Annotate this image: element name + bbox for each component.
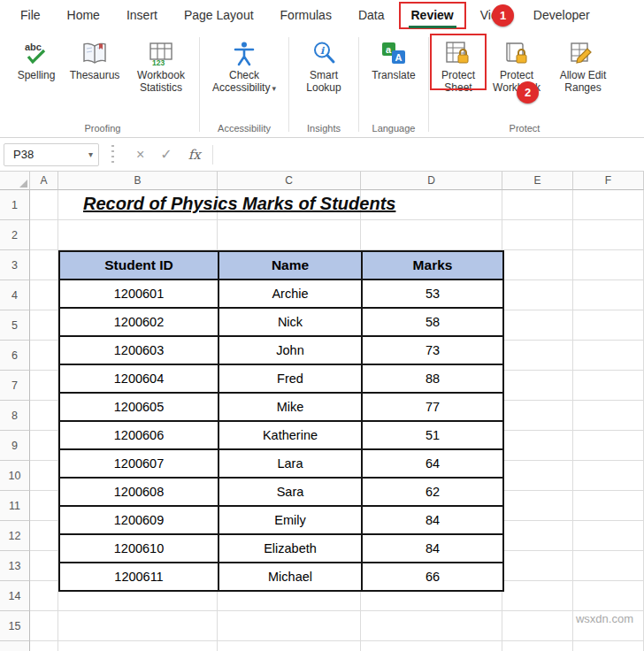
cell-F8[interactable] xyxy=(573,401,644,431)
cell-D2[interactable] xyxy=(361,220,502,250)
cell-E14[interactable] xyxy=(502,581,573,611)
table-cell[interactable]: 1200610 xyxy=(59,534,218,563)
row-header-16[interactable]: 16 xyxy=(0,641,30,651)
table-cell[interactable]: 77 xyxy=(362,393,503,421)
cancel-button[interactable]: × xyxy=(128,147,152,163)
row-header-5[interactable]: 5 xyxy=(0,310,30,341)
row-header-3[interactable]: 3 xyxy=(0,250,30,280)
allow-edit-ranges-button[interactable]: Allow Edit Ranges xyxy=(548,35,617,96)
column-header-D[interactable]: D xyxy=(361,172,502,190)
cell-D16[interactable] xyxy=(361,641,502,651)
table-cell[interactable]: 84 xyxy=(362,506,503,534)
table-cell[interactable]: Archie xyxy=(218,280,362,308)
cell-C2[interactable] xyxy=(218,220,361,250)
row-header-12[interactable]: 12 xyxy=(0,521,30,551)
table-cell[interactable]: 53 xyxy=(362,280,503,308)
check-accessibility-button[interactable]: Check Accessibility▾ xyxy=(203,35,286,96)
cell-F6[interactable] xyxy=(573,341,644,371)
column-header-E[interactable]: E xyxy=(502,172,573,190)
name-box[interactable]: P38 ▾ xyxy=(4,143,99,166)
column-header-C[interactable]: C xyxy=(218,172,361,190)
row-header-9[interactable]: 9 xyxy=(0,431,30,461)
cell-C16[interactable] xyxy=(218,641,361,651)
row-header-14[interactable]: 14 xyxy=(0,581,30,611)
select-all-corner[interactable] xyxy=(0,172,30,190)
spelling-button[interactable]: abc Spelling xyxy=(9,35,64,83)
cell-E4[interactable] xyxy=(502,280,573,310)
cell-C15[interactable] xyxy=(218,611,361,641)
row-header-8[interactable]: 8 xyxy=(0,401,30,431)
cell-F3[interactable] xyxy=(573,250,644,280)
table-cell[interactable]: 1200608 xyxy=(59,478,218,506)
cell-F14[interactable] xyxy=(573,581,644,611)
cell-B16[interactable] xyxy=(58,641,218,651)
table-cell[interactable]: Elizabeth xyxy=(218,534,362,563)
cell-A5[interactable] xyxy=(30,310,58,341)
cell-A1[interactable] xyxy=(30,190,58,220)
tab-review[interactable]: Review xyxy=(398,0,467,30)
cell-F5[interactable] xyxy=(573,310,644,341)
table-cell[interactable]: 1200601 xyxy=(59,280,218,308)
cell-E16[interactable] xyxy=(502,641,573,651)
cell-A9[interactable] xyxy=(30,431,58,461)
column-header-B[interactable]: B xyxy=(58,172,218,190)
row-header-13[interactable]: 13 xyxy=(0,551,30,581)
cell-E8[interactable] xyxy=(502,401,573,431)
cell-A3[interactable] xyxy=(30,250,58,280)
cell-D15[interactable] xyxy=(361,611,502,641)
cell-A7[interactable] xyxy=(30,371,58,401)
cell-F10[interactable] xyxy=(573,461,644,491)
cell-E10[interactable] xyxy=(502,461,573,491)
cell-A2[interactable] xyxy=(30,220,58,250)
cell-A14[interactable] xyxy=(30,581,58,611)
table-cell[interactable]: 1200611 xyxy=(59,563,218,591)
table-cell[interactable]: Katherine xyxy=(218,421,362,449)
cell-E15[interactable] xyxy=(502,611,573,641)
cell-E3[interactable] xyxy=(502,250,573,280)
table-cell[interactable]: 66 xyxy=(362,563,503,591)
cell-E1[interactable] xyxy=(502,190,573,220)
cell-F4[interactable] xyxy=(573,280,644,310)
drag-handle-icon[interactable] xyxy=(111,145,114,165)
workbook-statistics-button[interactable]: 123 Workbook Statistics xyxy=(126,35,196,96)
column-header-A[interactable]: A xyxy=(30,172,58,190)
tab-file[interactable]: File xyxy=(7,0,54,30)
chevron-down-icon[interactable]: ▾ xyxy=(88,149,93,159)
protect-workbook-button[interactable]: Protect Workbook xyxy=(487,35,547,96)
cell-F1[interactable] xyxy=(573,190,644,220)
cell-E13[interactable] xyxy=(502,551,573,581)
sheet-title[interactable]: Record of Physics Marks of Students xyxy=(83,194,395,214)
table-cell[interactable]: Nick xyxy=(218,308,362,336)
row-header-10[interactable]: 10 xyxy=(0,461,30,491)
table-cell[interactable]: 1200603 xyxy=(59,336,218,364)
row-header-11[interactable]: 11 xyxy=(0,491,30,521)
table-cell[interactable]: Mike xyxy=(218,393,362,421)
table-cell[interactable]: 88 xyxy=(362,364,503,393)
tab-data[interactable]: Data xyxy=(345,0,398,30)
table-cell[interactable]: 1200607 xyxy=(59,449,218,478)
cell-A4[interactable] xyxy=(30,280,58,310)
insert-function-button[interactable]: fx xyxy=(180,147,209,163)
cell-E11[interactable] xyxy=(502,491,573,521)
row-header-4[interactable]: 4 xyxy=(0,280,30,310)
cell-F12[interactable] xyxy=(573,521,644,551)
table-header-cell[interactable]: Student ID xyxy=(59,251,218,280)
cell-A8[interactable] xyxy=(30,401,58,431)
table-cell[interactable]: Emily xyxy=(218,506,362,534)
tab-page-layout[interactable]: Page Layout xyxy=(171,0,267,30)
cell-A10[interactable] xyxy=(30,461,58,491)
cell-A15[interactable] xyxy=(30,611,58,641)
tab-insert[interactable]: Insert xyxy=(113,0,171,30)
row-header-7[interactable]: 7 xyxy=(0,371,30,401)
table-cell[interactable]: 1200604 xyxy=(59,364,218,393)
table-cell[interactable]: 1200606 xyxy=(59,421,218,449)
cell-A6[interactable] xyxy=(30,341,58,371)
cell-F13[interactable] xyxy=(573,551,644,581)
table-cell[interactable]: Lara xyxy=(218,449,362,478)
cell-F16[interactable] xyxy=(573,641,644,651)
cell-F9[interactable] xyxy=(573,431,644,461)
cell-B15[interactable] xyxy=(58,611,218,641)
row-header-15[interactable]: 15 xyxy=(0,611,30,641)
cell-A16[interactable] xyxy=(30,641,58,651)
cell-A11[interactable] xyxy=(30,491,58,521)
